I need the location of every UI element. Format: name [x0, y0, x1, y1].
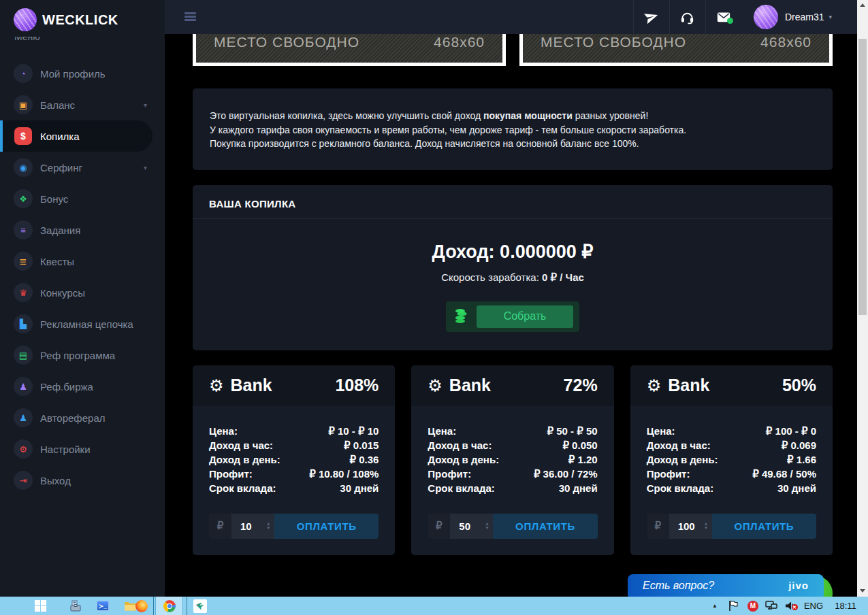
sidebar: WECKLICK Меню ◔ Мой профиль ▣ Баланс ▾ $…: [0, 0, 165, 597]
banner-text: МЕСТО СВОБОДНО: [541, 34, 686, 50]
plan-percent: 72%: [564, 376, 598, 395]
tray-network[interactable]: [763, 597, 779, 615]
tray-action-center[interactable]: [726, 597, 741, 615]
tray-language[interactable]: ENG: [802, 597, 825, 615]
support-headset-icon[interactable]: [670, 10, 705, 25]
amount-input[interactable]: 100 ▴▾: [669, 514, 712, 539]
avatar[interactable]: [754, 5, 778, 29]
chevron-down-icon: ▾: [144, 164, 147, 171]
taskbar-screenshot-app[interactable]: [193, 597, 208, 615]
sidebar-item-contests[interactable]: ♛ Конкурсы: [0, 277, 165, 308]
sidebar-item-bonus[interactable]: ❖ Бонус: [0, 183, 165, 214]
plan-row-hour: Доход в час:₽ 0.050: [428, 438, 597, 452]
plan-cards-row: ⚙ Bank 108% Цена:₽ 10 - ₽ 10 Доход в час…: [193, 365, 833, 555]
taskbar-powershell[interactable]: ≻_: [94, 597, 112, 615]
plan-row-profit: Профит:₽ 49.68 / 50%: [647, 467, 816, 481]
topbar-actions: Dream31 ▾: [633, 0, 832, 34]
earn-speed-line: Скорость заработка: 0 ₽ / Час: [193, 271, 833, 284]
tray-clock[interactable]: 18:11: [832, 597, 859, 615]
taskbar-firefox[interactable]: [133, 597, 150, 615]
logo[interactable]: WECKLICK: [0, 0, 165, 31]
pay-button[interactable]: ОПЛАТИТЬ: [493, 514, 597, 539]
sidebar-item-surfing[interactable]: ◉ Серфинг ▾: [0, 152, 165, 183]
amount-input[interactable]: 10 ▴▾: [231, 514, 274, 539]
jivo-logo: jivo: [788, 580, 809, 591]
sidebar-item-quests[interactable]: ≣ Квесты: [0, 246, 165, 277]
trophy-icon: ♛: [14, 283, 33, 302]
sidebar-item-ad-chain[interactable]: ▙ Рекламная цепочка: [0, 308, 165, 339]
amount-input[interactable]: 50 ▴▾: [450, 514, 493, 539]
panel-title: ВАША КОПИЛКА: [193, 185, 833, 219]
sidebar-item-logout[interactable]: ⇥ Выход: [0, 465, 165, 496]
scroll-down-arrow-icon[interactable]: [860, 589, 865, 593]
info-line-2: У каждого тарифа своя окупаемость и врем…: [210, 123, 816, 137]
ad-banner-slot[interactable]: МЕСТО СВОБОДНО 468x60: [519, 34, 833, 66]
sidebar-item-piggybank[interactable]: $ Копилка: [0, 120, 152, 152]
network-icon: [765, 601, 777, 612]
jivo-chat-widget[interactable]: Есть вопрос? jivo: [628, 574, 833, 597]
buy-form: ₽ 10 ▴▾ ОПЛАТИТЬ: [209, 514, 379, 539]
collect-button[interactable]: Собрать: [477, 305, 573, 328]
firefox-icon: [135, 600, 148, 612]
tray-volume-muted[interactable]: ✕: [782, 597, 799, 615]
mail-icon[interactable]: [706, 10, 741, 24]
taskbar-chrome-active[interactable]: [155, 597, 183, 615]
taskbar-server-manager[interactable]: [67, 597, 84, 615]
windows-logo-icon: [35, 600, 46, 612]
info-panel: Это виртуальная копилка, здесь можно улу…: [193, 88, 833, 170]
buy-form: ₽ 50 ▴▾ ОПЛАТИТЬ: [428, 514, 597, 539]
ref-exchange-icon: ♟: [14, 377, 33, 396]
taskbar-divider: [153, 597, 154, 615]
pay-button[interactable]: ОПЛАТИТЬ: [712, 514, 816, 539]
chrome-icon: [163, 600, 176, 612]
chevron-down-icon: ▾: [144, 101, 147, 109]
username[interactable]: Dream31: [785, 12, 824, 22]
windows-taskbar: ≻_ ▲: [0, 597, 868, 615]
telegram-send-icon[interactable]: [634, 10, 669, 24]
hamburger-menu-icon[interactable]: [184, 12, 196, 22]
number-stepper[interactable]: ▴▾: [486, 522, 489, 530]
plan-name: Bank: [449, 376, 491, 395]
collect-button-group[interactable]: Собрать: [446, 301, 579, 332]
tray-mega-app[interactable]: M: [745, 597, 760, 615]
chevron-down-icon[interactable]: ▾: [829, 14, 832, 20]
powershell-icon: ≻_: [97, 601, 109, 611]
info-line-1: Это виртуальная копилка, здесь можно улу…: [210, 109, 816, 123]
plan-row-profit: Профит:₽ 36.00 / 72%: [428, 467, 597, 481]
chat-open-button[interactable]: Есть вопрос? jivo: [628, 574, 824, 597]
sidebar-item-autoreferral[interactable]: ♟ Автореферал: [0, 402, 165, 433]
sidebar-item-balance[interactable]: ▣ Баланс ▾: [0, 89, 165, 120]
chat-question: Есть вопрос?: [643, 580, 714, 592]
balance-icon: ▣: [14, 95, 33, 114]
plan-row-price: Цена:₽ 100 - ₽ 0: [647, 424, 816, 438]
ref-program-icon: ▤: [14, 346, 33, 365]
plan-row-hour: Доход в час:₽ 0.015: [209, 438, 379, 452]
bar-chart-icon: ▙: [14, 314, 33, 333]
sidebar-item-ref-exchange[interactable]: ♟ Реф.биржа: [0, 371, 165, 402]
quests-icon: ≣: [14, 252, 33, 271]
scroll-up-arrow-icon[interactable]: [860, 3, 865, 7]
page-scrollbar[interactable]: [857, 0, 868, 597]
pay-button[interactable]: ОПЛАТИТЬ: [274, 514, 379, 539]
ad-banner-row: МЕСТО СВОБОДНО 468x60 МЕСТО СВОБОДНО 468…: [193, 34, 833, 66]
screen: WECKLICK Меню ◔ Мой профиль ▣ Баланс ▾ $…: [0, 0, 868, 615]
number-stepper[interactable]: ▴▾: [267, 522, 270, 530]
sidebar-item-profile[interactable]: ◔ Мой профиль: [0, 58, 165, 89]
mega-icon: M: [748, 601, 758, 612]
number-stepper[interactable]: ▴▾: [705, 522, 707, 530]
gear-icon: ⚙: [14, 439, 33, 459]
sidebar-item-settings[interactable]: ⚙ Настройки: [0, 433, 165, 465]
person-icon: ♟: [14, 408, 33, 427]
logo-sphere-icon: [14, 8, 37, 31]
scrollbar-thumb[interactable]: [858, 39, 867, 315]
start-button[interactable]: [31, 597, 49, 615]
tray-show-hidden[interactable]: ▲: [709, 597, 720, 615]
plan-card-bank-72: ⚙ Bank 72% Цена:₽ 50 - ₽ 50 Доход в час:…: [411, 365, 613, 555]
ad-banner-slot[interactable]: МЕСТО СВОБОДНО 468x60: [193, 34, 506, 66]
flag-icon: [728, 600, 739, 612]
sidebar-item-ref-program[interactable]: ▤ Реф программа: [0, 339, 165, 371]
plan-row-price: Цена:₽ 10 - ₽ 10: [209, 424, 379, 438]
green-bird-icon: [195, 601, 205, 611]
sidebar-item-tasks[interactable]: ≡ Задания: [0, 214, 165, 246]
logo-text: WECKLICK: [42, 12, 118, 28]
